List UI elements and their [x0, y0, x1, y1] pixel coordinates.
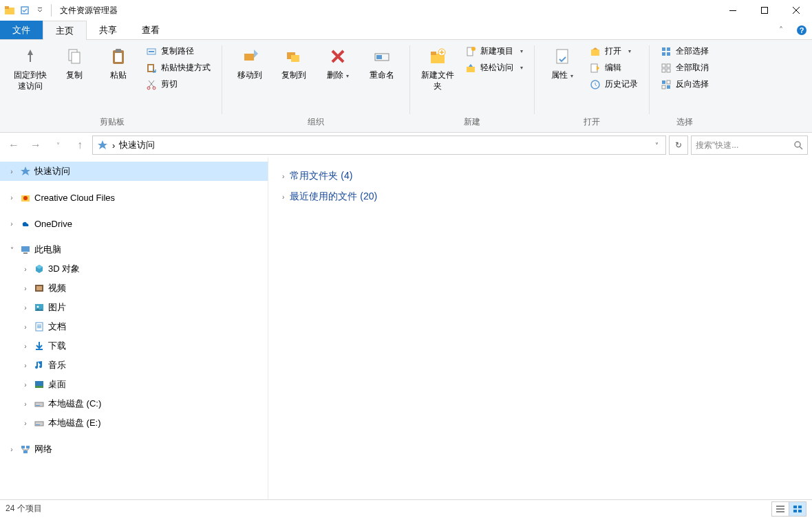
navigation-bar: ← → ˅ ↑ › 快速访问 ˅ ↻ 搜索"快速... [0, 133, 812, 158]
up-button[interactable]: ↑ [70, 136, 89, 155]
delete-icon [327, 45, 349, 67]
address-dropdown-button[interactable]: ˅ [652, 142, 661, 149]
chevron-right-icon[interactable]: › [21, 381, 30, 389]
chevron-right-icon[interactable]: › [21, 266, 30, 273]
edit-button[interactable]: 编辑 [586, 61, 642, 75]
refresh-button[interactable]: ↻ [669, 136, 688, 155]
sidebar-item-onedrive[interactable]: › OneDrive [0, 214, 268, 233]
sidebar-item-desktop[interactable]: › 桌面 [0, 375, 268, 394]
paste-button[interactable]: 粘贴 [98, 43, 139, 84]
sidebar-item-3d-objects[interactable]: › 3D 对象 [0, 259, 268, 279]
sidebar-item-music[interactable]: › 音乐 [0, 356, 268, 375]
pictures-icon [33, 301, 45, 314]
tab-view[interactable]: 查看 [129, 21, 172, 39]
sidebar-item-documents[interactable]: › 文档 [0, 317, 268, 336]
paste-shortcut-button[interactable]: 粘贴快捷方式 [142, 61, 215, 75]
sidebar-item-quick-access[interactable]: › 快速访问 [0, 162, 268, 181]
sidebar-item-network[interactable]: › 网络 [0, 440, 268, 459]
chevron-right-icon[interactable]: › [7, 220, 17, 228]
copy-icon [63, 45, 85, 67]
breadcrumb-separator[interactable]: › [112, 140, 115, 151]
tab-share[interactable]: 共享 [87, 21, 129, 39]
sidebar-item-disk-e[interactable]: › 本地磁盘 (E:) [0, 413, 268, 433]
copy-button[interactable]: 复制 [54, 43, 95, 84]
maximize-button[interactable] [749, 0, 780, 21]
qat-dropdown-icon[interactable] [33, 3, 47, 17]
chevron-right-icon[interactable]: › [7, 446, 17, 453]
section-frequent-folders[interactable]: › 常用文件夹 (4) [282, 166, 798, 186]
select-all-icon [661, 46, 672, 57]
address-bar[interactable]: › 快速访问 ˅ [92, 136, 666, 155]
svg-point-54 [37, 306, 39, 308]
chevron-right-icon[interactable]: › [21, 420, 30, 427]
navigation-pane[interactable]: › 快速访问 › Creative Cloud Files › OneDrive… [0, 158, 268, 499]
minimize-button[interactable] [717, 0, 749, 21]
easy-access-button[interactable]: 轻松访问 [461, 61, 527, 75]
move-to-button[interactable]: 移动到 [229, 43, 270, 84]
properties-button[interactable]: 属性 [542, 43, 583, 84]
invert-selection-button[interactable]: 反向选择 [656, 77, 713, 91]
close-button[interactable] [780, 0, 812, 21]
chevron-right-icon[interactable]: › [21, 323, 30, 331]
titlebar: 文件资源管理器 [0, 0, 812, 21]
open-button[interactable]: 打开 [586, 44, 642, 58]
forward-button[interactable]: → [26, 136, 45, 155]
select-none-button[interactable]: 全部取消 [656, 61, 713, 75]
svg-rect-19 [244, 54, 254, 61]
ribbon-group-clipboard: 固定到快速访问 复制 粘贴 复制路径 粘贴快捷方式 [4, 43, 220, 132]
back-button[interactable]: ← [4, 136, 23, 155]
copy-path-button[interactable]: 复制路径 [142, 44, 215, 58]
chevron-right-icon[interactable]: › [282, 193, 284, 201]
qat-properties-icon[interactable] [18, 3, 32, 17]
sidebar-item-downloads[interactable]: › 下载 [0, 336, 268, 356]
select-all-button[interactable]: 全部选择 [656, 44, 713, 58]
sidebar-item-disk-c[interactable]: › 本地磁盘 (C:) [0, 394, 268, 413]
recent-locations-button[interactable]: ˅ [48, 136, 67, 155]
svg-rect-61 [35, 386, 43, 388]
cut-icon [146, 79, 157, 90]
svg-rect-52 [36, 286, 42, 290]
section-recent-files[interactable]: › 最近使用的文件 (20) [282, 186, 798, 207]
easy-access-icon [465, 63, 476, 74]
chevron-right-icon[interactable]: › [21, 362, 30, 369]
thumbnails-view-button[interactable] [789, 501, 806, 517]
chevron-right-icon[interactable]: › [282, 173, 284, 180]
rename-button[interactable]: 重命名 [361, 43, 403, 84]
copy-to-button[interactable]: 复制到 [273, 43, 314, 84]
details-view-button[interactable] [771, 501, 789, 517]
history-button[interactable]: 历史记录 [586, 77, 642, 91]
svg-rect-21 [291, 55, 299, 62]
search-box[interactable]: 搜索"快速... [691, 136, 808, 155]
new-folder-button[interactable]: 新建文件夹 [417, 43, 458, 94]
sidebar-item-videos[interactable]: › 视频 [0, 279, 268, 298]
paste-icon [107, 45, 129, 67]
cut-button[interactable]: 剪切 [142, 77, 215, 91]
chevron-right-icon[interactable]: › [21, 400, 30, 408]
sidebar-item-pictures[interactable]: › 图片 [0, 298, 268, 317]
search-placeholder: 搜索"快速... [696, 140, 789, 151]
chevron-down-icon[interactable]: ˅ [7, 246, 17, 254]
pin-to-quick-access-button[interactable]: 固定到快速访问 [10, 43, 51, 94]
sidebar-item-creative-cloud[interactable]: › Creative Cloud Files [0, 188, 268, 207]
chevron-right-icon[interactable]: › [7, 194, 17, 202]
svg-rect-12 [116, 49, 121, 52]
sidebar-item-this-pc[interactable]: ˅ 此电脑 [0, 240, 268, 259]
tab-file[interactable]: 文件 [0, 21, 43, 39]
delete-button[interactable]: 删除 [317, 43, 359, 84]
svg-rect-39 [667, 64, 670, 67]
ribbon-group-new: 新建文件夹 新建项目 轻松访问 新建 [412, 43, 533, 132]
svg-rect-43 [667, 80, 670, 84]
breadcrumb-current[interactable]: 快速访问 [119, 139, 155, 151]
chevron-right-icon[interactable]: › [7, 168, 17, 175]
main-content[interactable]: › 常用文件夹 (4) › 最近使用的文件 (20) [268, 158, 812, 499]
chevron-right-icon[interactable]: › [21, 304, 30, 312]
ribbon-collapse-button[interactable]: ˄ [771, 21, 791, 39]
help-button[interactable]: ? [791, 21, 812, 39]
chevron-right-icon[interactable]: › [21, 285, 30, 292]
chevron-right-icon[interactable]: › [21, 343, 30, 350]
tab-home[interactable]: 主页 [43, 21, 87, 40]
cube-icon [33, 263, 45, 275]
new-item-button[interactable]: 新建项目 [461, 44, 527, 58]
music-icon [33, 359, 45, 371]
svg-rect-25 [431, 52, 436, 55]
